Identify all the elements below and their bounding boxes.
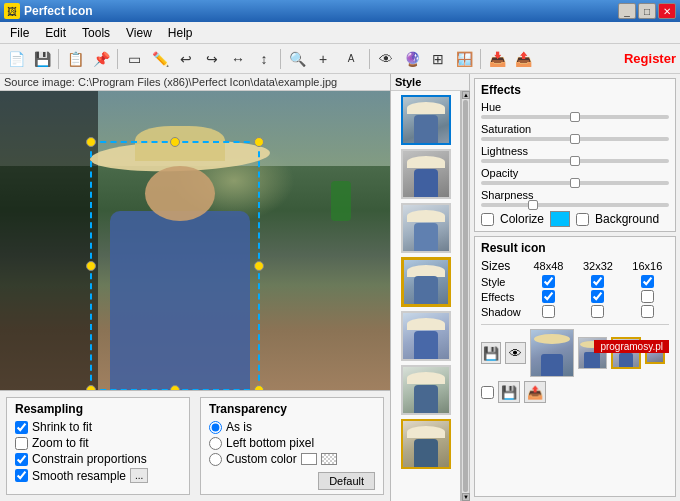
shrink-to-fit-checkbox[interactable] bbox=[15, 421, 28, 434]
scrollbar-down-button[interactable]: ▼ bbox=[462, 493, 470, 501]
lightness-slider-track[interactable] bbox=[481, 159, 669, 163]
style-thumb-1[interactable] bbox=[401, 95, 451, 145]
colorize-background-row: Colorize Background bbox=[481, 211, 669, 227]
style-thumb-4[interactable] bbox=[401, 257, 451, 307]
select-button[interactable]: ▭ bbox=[122, 47, 146, 71]
shadow-check-48-input[interactable] bbox=[542, 305, 555, 318]
effects-section: Effects Hue Saturation Lightness bbox=[474, 78, 676, 232]
custom-color-picker[interactable] bbox=[301, 453, 317, 465]
paste-button[interactable]: 📌 bbox=[89, 47, 113, 71]
menu-help[interactable]: Help bbox=[160, 24, 201, 42]
style-thumb-5[interactable] bbox=[401, 311, 451, 361]
scrollbar-up-button[interactable]: ▲ bbox=[462, 91, 470, 99]
image-area[interactable] bbox=[0, 91, 390, 390]
sharpness-slider-thumb[interactable] bbox=[528, 200, 538, 210]
redo-button[interactable]: ↪ bbox=[200, 47, 224, 71]
custom-color-row: Custom color bbox=[209, 452, 375, 466]
result-checkbox-1[interactable] bbox=[481, 386, 494, 399]
close-button[interactable]: ✕ bbox=[658, 3, 676, 19]
maximize-button[interactable]: □ bbox=[638, 3, 656, 19]
style-check-16-input[interactable] bbox=[641, 275, 654, 288]
custom-color-radio[interactable] bbox=[209, 453, 222, 466]
menu-edit[interactable]: Edit bbox=[37, 24, 74, 42]
preview-result-button[interactable]: 👁 bbox=[505, 342, 525, 364]
menu-file[interactable]: File bbox=[2, 24, 37, 42]
menu-tools[interactable]: Tools bbox=[74, 24, 118, 42]
shadow-check-32-input[interactable] bbox=[591, 305, 604, 318]
shadow-check-48 bbox=[527, 305, 570, 318]
copy-button[interactable]: 📋 bbox=[63, 47, 87, 71]
zoom-in-button[interactable]: + bbox=[311, 47, 335, 71]
flip-v-button[interactable]: ↕ bbox=[252, 47, 276, 71]
constrain-label: Constrain proportions bbox=[32, 452, 147, 466]
style-thumb-3[interactable] bbox=[401, 203, 451, 253]
saturation-slider-thumb[interactable] bbox=[570, 134, 580, 144]
register-button[interactable]: Register bbox=[624, 51, 676, 66]
handle-top-left[interactable] bbox=[86, 137, 96, 147]
pencil-button[interactable]: ✏️ bbox=[148, 47, 172, 71]
eye-button[interactable]: 👁 bbox=[374, 47, 398, 71]
handle-middle-right[interactable] bbox=[254, 261, 264, 271]
zoom-text-button[interactable]: A bbox=[337, 47, 365, 71]
result-action-1[interactable]: 💾 bbox=[498, 381, 520, 403]
save-result-button[interactable]: 💾 bbox=[481, 342, 501, 364]
saturation-slider-track[interactable] bbox=[481, 137, 669, 141]
new-button[interactable]: 📄 bbox=[4, 47, 28, 71]
style-scrollbar[interactable]: ▲ ▼ bbox=[461, 91, 469, 501]
windows-button[interactable]: 🪟 bbox=[452, 47, 476, 71]
constrain-checkbox[interactable] bbox=[15, 453, 28, 466]
as-is-row: As is bbox=[209, 420, 375, 434]
shadow-check-16-input[interactable] bbox=[641, 305, 654, 318]
style-check-48-input[interactable] bbox=[542, 275, 555, 288]
menu-view[interactable]: View bbox=[118, 24, 160, 42]
smooth-label: Smooth resample bbox=[32, 469, 126, 483]
result-action-2[interactable]: 📤 bbox=[524, 381, 546, 403]
selection-rectangle[interactable] bbox=[90, 141, 260, 390]
handle-bottom-middle[interactable] bbox=[170, 385, 180, 390]
thumb-hat bbox=[407, 102, 445, 114]
as-is-radio[interactable] bbox=[209, 421, 222, 434]
default-button[interactable]: Default bbox=[318, 472, 375, 490]
effects-check-32-input[interactable] bbox=[591, 290, 604, 303]
zoom-button[interactable]: 🔍 bbox=[285, 47, 309, 71]
background-color-box[interactable] bbox=[550, 211, 570, 227]
left-bottom-radio[interactable] bbox=[209, 437, 222, 450]
minimize-button[interactable]: _ bbox=[618, 3, 636, 19]
import-button[interactable]: 📥 bbox=[485, 47, 509, 71]
style-thumb-6[interactable] bbox=[401, 365, 451, 415]
thumb-1-preview bbox=[403, 97, 449, 143]
handle-middle-left[interactable] bbox=[86, 261, 96, 271]
scrollbar-thumb[interactable] bbox=[463, 100, 468, 492]
handle-top-middle[interactable] bbox=[170, 137, 180, 147]
opacity-slider-track[interactable] bbox=[481, 181, 669, 185]
save-button[interactable]: 💾 bbox=[30, 47, 54, 71]
preview-button[interactable]: 🔮 bbox=[400, 47, 424, 71]
flip-h-button[interactable]: ↔ bbox=[226, 47, 250, 71]
hue-slider-thumb[interactable] bbox=[570, 112, 580, 122]
effects-check-48-input[interactable] bbox=[542, 290, 555, 303]
shadow-check-16 bbox=[626, 305, 669, 318]
lightness-slider-thumb[interactable] bbox=[570, 156, 580, 166]
export-button[interactable]: 📤 bbox=[511, 47, 535, 71]
effects-check-16-input[interactable] bbox=[641, 290, 654, 303]
style-thumb-7[interactable] bbox=[401, 419, 451, 469]
handle-bottom-right[interactable] bbox=[254, 385, 264, 390]
zoom-to-fit-checkbox[interactable] bbox=[15, 437, 28, 450]
undo-button[interactable]: ↩ bbox=[174, 47, 198, 71]
background-checkbox[interactable] bbox=[576, 213, 589, 226]
sharpness-slider-track[interactable] bbox=[481, 203, 669, 207]
zoom-to-fit-row: Zoom to fit bbox=[15, 436, 181, 450]
smooth-options-button[interactable]: ... bbox=[130, 468, 148, 483]
smooth-checkbox[interactable] bbox=[15, 469, 28, 482]
hue-slider-track[interactable] bbox=[481, 115, 669, 119]
colorize-checkbox[interactable] bbox=[481, 213, 494, 226]
thumb-body bbox=[414, 115, 438, 143]
style-thumb-2[interactable] bbox=[401, 149, 451, 199]
style-check-32-input[interactable] bbox=[591, 275, 604, 288]
handle-top-right[interactable] bbox=[254, 137, 264, 147]
style-panel-container: Style bbox=[391, 74, 470, 501]
opacity-slider-thumb[interactable] bbox=[570, 178, 580, 188]
handle-bottom-left[interactable] bbox=[86, 385, 96, 390]
resampling-title: Resampling bbox=[15, 402, 181, 416]
grid-button[interactable]: ⊞ bbox=[426, 47, 450, 71]
